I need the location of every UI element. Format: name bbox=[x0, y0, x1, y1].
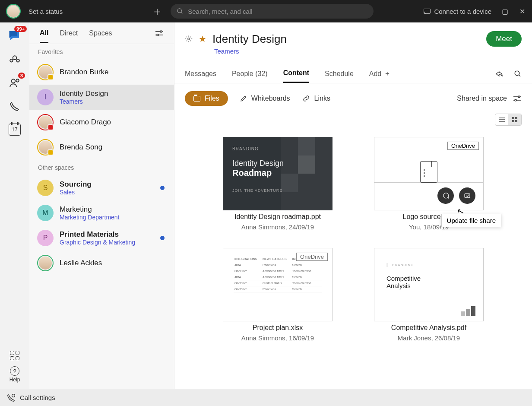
file-title: Project plan.xlsx bbox=[253, 324, 303, 332]
rail-apps[interactable] bbox=[10, 351, 19, 360]
new-action-button[interactable]: ＋ bbox=[152, 4, 163, 19]
contacts-icon bbox=[9, 77, 20, 89]
search-box[interactable]: Search, meet, and call bbox=[171, 4, 374, 19]
contacts-badge: 3 bbox=[18, 73, 25, 79]
rail-teams[interactable] bbox=[7, 52, 22, 67]
window-maximize-icon[interactable]: ▢ bbox=[501, 7, 509, 15]
sidebar-item-giacomo[interactable]: Giacomo Drago bbox=[29, 110, 174, 135]
section-other: Other spaces bbox=[29, 160, 174, 175]
rail-messaging[interactable]: 99+ bbox=[7, 29, 22, 44]
connect-device[interactable]: Connect to a device bbox=[424, 8, 491, 15]
avatar bbox=[37, 114, 54, 130]
chat-bubble-icon bbox=[442, 192, 450, 200]
subtab-whiteboards[interactable]: Whiteboards bbox=[240, 95, 290, 102]
filter-icon[interactable] bbox=[155, 30, 164, 36]
sidebar-item-marketing[interactable]: M MarketingMarketing Department bbox=[29, 200, 174, 225]
sidebar-item-brandon[interactable]: Brandon Burke bbox=[29, 60, 174, 85]
onedrive-tag: OneDrive bbox=[296, 253, 328, 261]
tooltip: Update file share bbox=[441, 214, 501, 227]
call-settings-label[interactable]: Call settings bbox=[20, 394, 55, 401]
svg-point-12 bbox=[515, 71, 519, 76]
rail-contacts[interactable]: 3 bbox=[7, 75, 22, 91]
window-close-icon[interactable]: ✕ bbox=[518, 7, 526, 15]
space-avatar: S bbox=[37, 180, 54, 196]
pencil-icon bbox=[240, 95, 247, 102]
set-status[interactable]: Set a status bbox=[28, 8, 63, 15]
bar-chart-icon bbox=[461, 306, 475, 316]
svg-point-8 bbox=[160, 31, 162, 32]
file-card[interactable]: BRANDING Identity Design Roadmap JOIN TH… bbox=[222, 137, 334, 231]
svg-rect-23 bbox=[512, 120, 514, 122]
svg-point-6 bbox=[16, 79, 19, 82]
sidebar-item-brenda[interactable]: Brenda Song bbox=[29, 135, 174, 160]
sidebar-tab-spaces[interactable]: Spaces bbox=[89, 29, 112, 37]
tab-schedule[interactable]: Schedule bbox=[325, 70, 354, 78]
svg-point-15 bbox=[518, 96, 520, 98]
search-in-space-icon[interactable] bbox=[514, 70, 522, 78]
file-meta: Anna Simmons, 24/09/19 bbox=[241, 223, 314, 231]
unread-dot bbox=[160, 186, 165, 190]
sidebar-tabs: All Direct Spaces bbox=[29, 22, 174, 44]
file-card[interactable]: OneDrive ↖ Update file share Logo source… bbox=[373, 137, 485, 231]
svg-point-3 bbox=[10, 59, 13, 62]
tab-messages[interactable]: Messages bbox=[185, 70, 216, 78]
message-action[interactable] bbox=[437, 187, 454, 204]
shared-in-space[interactable]: Shared in space bbox=[457, 95, 507, 102]
rail-help[interactable]: ? Help bbox=[10, 366, 20, 383]
star-icon[interactable]: ★ bbox=[199, 34, 206, 44]
messaging-badge: 99+ bbox=[14, 26, 27, 32]
space-avatar: P bbox=[37, 230, 54, 246]
section-favorites: Favorites bbox=[29, 44, 174, 60]
space-tabs: Messages People (32) Content Schedule Ad… bbox=[174, 64, 532, 83]
file-thumbnail: OneDrive INTEGRATIONSNEW FEATURESIMPROVE… bbox=[223, 248, 332, 321]
avatar bbox=[37, 64, 54, 80]
meet-button[interactable]: Meet bbox=[486, 31, 522, 47]
file-title: Competitive Analysis.pdf bbox=[391, 324, 466, 332]
file-card[interactable]: BRANDING CompetitiveAnalysis Competitive… bbox=[373, 248, 485, 342]
sidebar-item-leslie[interactable]: Leslie Ackles bbox=[29, 251, 174, 276]
view-toggle bbox=[495, 114, 522, 126]
svg-rect-22 bbox=[515, 117, 517, 119]
file-meta: Anna Simmons, 16/09/19 bbox=[241, 334, 314, 342]
teams-icon bbox=[9, 54, 20, 65]
files-grid: BRANDING Identity Design Roadmap JOIN TH… bbox=[174, 128, 532, 350]
file-thumbnail: OneDrive bbox=[374, 137, 484, 210]
document-icon bbox=[420, 161, 437, 183]
call-settings-icon[interactable] bbox=[7, 393, 16, 402]
share-action[interactable] bbox=[459, 187, 475, 204]
space-team[interactable]: Teamers bbox=[214, 48, 522, 55]
calendar-icon: 17 bbox=[9, 124, 21, 136]
search-icon bbox=[177, 8, 184, 15]
file-title: Identity Design roadmap.ppt bbox=[234, 213, 321, 221]
forward-icon[interactable] bbox=[494, 70, 503, 78]
sidebar-item-identity-design[interactable]: I Identity DesignTeamers bbox=[29, 85, 174, 110]
tab-people[interactable]: People (32) bbox=[232, 70, 268, 78]
subtab-files[interactable]: Files bbox=[185, 91, 228, 106]
settings-toggle-icon[interactable] bbox=[513, 95, 522, 102]
sidebar-item-printed-materials[interactable]: P Printed MaterialsGraphic Design & Mark… bbox=[29, 225, 174, 251]
sidebar-tab-direct[interactable]: Direct bbox=[60, 29, 78, 37]
gear-icon[interactable] bbox=[185, 35, 193, 43]
sidebar-tab-all[interactable]: All bbox=[40, 29, 48, 43]
cast-icon bbox=[424, 9, 431, 14]
unread-dot bbox=[160, 236, 165, 240]
main-panel: ★ Identity Design Meet Teamers Messages … bbox=[174, 22, 532, 389]
svg-point-26 bbox=[12, 394, 15, 397]
rail-calls[interactable] bbox=[7, 98, 22, 114]
subtab-links[interactable]: Links bbox=[302, 95, 330, 102]
rail-meetings[interactable]: 17 bbox=[7, 122, 22, 137]
tab-add[interactable]: Add＋ bbox=[369, 69, 391, 78]
view-grid[interactable] bbox=[508, 114, 521, 125]
user-avatar[interactable] bbox=[6, 4, 21, 19]
folder-icon bbox=[193, 96, 200, 102]
svg-point-2 bbox=[13, 56, 17, 60]
tab-content[interactable]: Content bbox=[283, 64, 309, 83]
content-subtabs: Files Whiteboards Links Shared in space bbox=[174, 83, 532, 114]
svg-point-17 bbox=[515, 99, 516, 101]
file-card[interactable]: OneDrive INTEGRATIONSNEW FEATURESIMPROVE… bbox=[222, 248, 334, 342]
svg-point-11 bbox=[188, 38, 190, 40]
sidebar-item-sourcing[interactable]: S SourcingSales bbox=[29, 175, 174, 200]
svg-point-4 bbox=[16, 59, 19, 62]
svg-point-10 bbox=[157, 34, 158, 36]
view-list[interactable] bbox=[495, 114, 508, 125]
